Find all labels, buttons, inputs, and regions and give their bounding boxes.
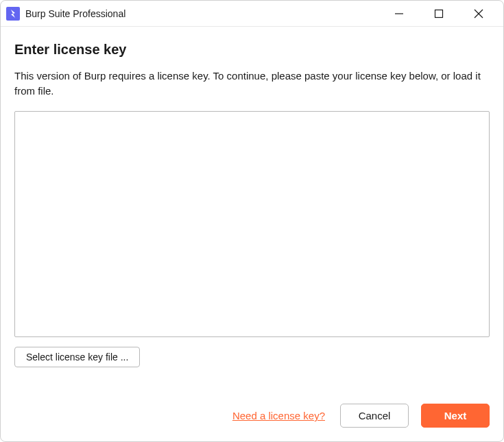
footer: Need a license key? Cancel Next — [1, 393, 503, 441]
titlebar: Burp Suite Professional — [1, 1, 503, 27]
minimize-button[interactable] — [385, 3, 413, 24]
next-button[interactable]: Next — [421, 404, 490, 428]
select-license-file-button[interactable]: Select license key file ... — [14, 347, 140, 367]
window-controls — [385, 3, 501, 24]
window-title: Burp Suite Professional — [25, 8, 385, 19]
license-key-textarea[interactable] — [14, 111, 490, 337]
cancel-button[interactable]: Cancel — [340, 404, 409, 428]
close-icon — [474, 9, 483, 19]
content-area: Enter license key This version of Burp r… — [1, 27, 503, 393]
window-frame: Burp Suite Professional Enter license k — [0, 0, 504, 442]
svg-rect-1 — [435, 10, 443, 17]
page-heading: Enter license key — [14, 42, 490, 58]
app-icon — [6, 7, 20, 21]
description-text: This version of Burp requires a license … — [14, 69, 490, 99]
maximize-button[interactable] — [425, 3, 453, 24]
maximize-icon — [434, 9, 444, 19]
minimize-icon — [394, 9, 404, 19]
need-license-key-link[interactable]: Need a license key? — [232, 410, 325, 421]
close-button[interactable] — [465, 3, 492, 24]
